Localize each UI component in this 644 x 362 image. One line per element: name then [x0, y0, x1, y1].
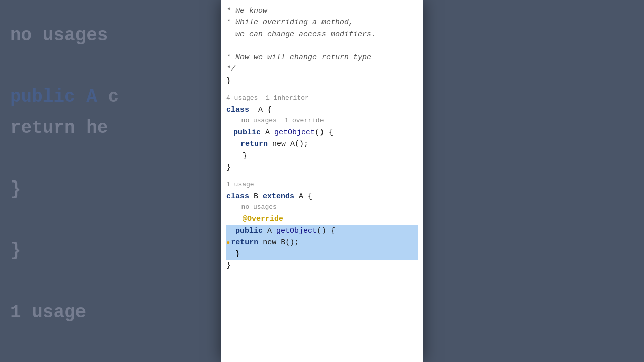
comment-line-2: * While overriding a method,	[226, 17, 418, 28]
center-panel: * We know * While overriding a method, w…	[221, 0, 423, 362]
return-new-b-highlight: return new B();	[226, 237, 418, 248]
class-a-meta: 4 usages 1 inheritor	[226, 93, 418, 104]
close-method-a: }	[226, 150, 418, 162]
close-method-b-highlight: }	[226, 248, 418, 260]
code-content: * We know * While overriding a method, w…	[221, 5, 423, 272]
class-b-decl: class B extends A {	[226, 191, 418, 202]
class-b-meta: 1 usage	[226, 179, 418, 191]
comment-line-3: we can change access modifiers.	[226, 29, 418, 40]
close-class-b: }	[226, 260, 418, 272]
method-b-highlight: public A getObject() {	[226, 225, 418, 237]
close-class-a: }	[226, 162, 418, 173]
background-left: no usages public A c return he } } 1 usa…	[0, 0, 221, 362]
override-annotation: @Override	[226, 213, 418, 225]
close-brace-top: }	[226, 75, 418, 87]
method-a-meta: no usages 1 override	[226, 116, 418, 127]
comment-line-4: * Now we will change return type	[226, 52, 418, 63]
background-right	[423, 0, 644, 362]
bg-left-code: no usages public A c return he } } 1 usa…	[10, 20, 130, 362]
comment-line-1: * We know	[226, 5, 418, 17]
bg-right-code	[433, 20, 444, 51]
blank-1	[226, 40, 418, 52]
spacer-1	[226, 87, 418, 93]
return-new-a: return new A();	[226, 138, 418, 150]
comment-line-5: */	[226, 63, 418, 75]
class-a-decl: class A {	[226, 104, 418, 116]
method-a-decl: public A getObject() {	[226, 127, 418, 138]
spacer-2	[226, 173, 418, 179]
no-usages-b: no usages	[226, 202, 418, 213]
